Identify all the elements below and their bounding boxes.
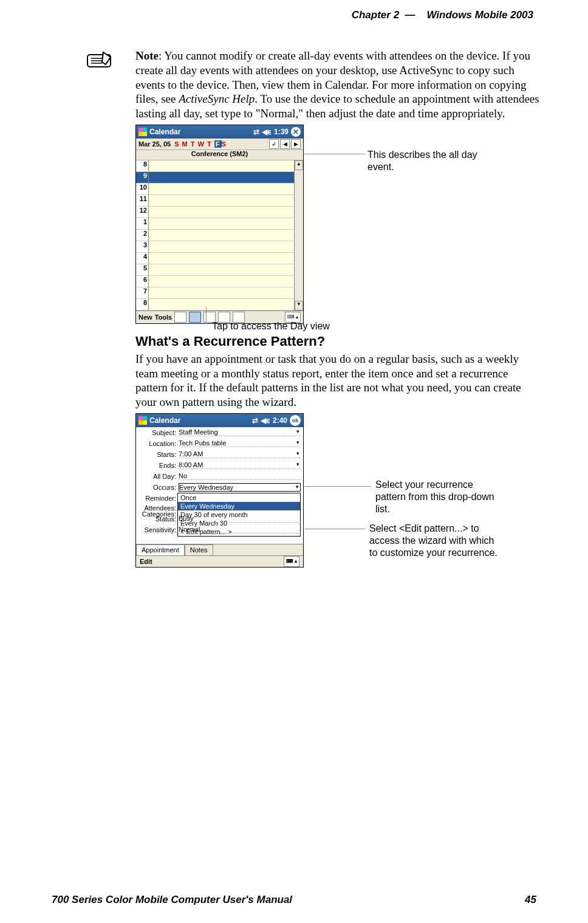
field-ends[interactable]: 8:00 AM	[179, 461, 301, 469]
volume-icon-2[interactable]: ◀ϵ	[261, 416, 270, 425]
field-sensitivity[interactable]: Normal	[179, 526, 301, 534]
tab-notes[interactable]: Notes	[185, 544, 213, 555]
scrollbar[interactable]: ▲ ▼	[294, 160, 303, 311]
footer-title: 700 Series Color Mobile Computer User's …	[52, 894, 292, 906]
calendar-form-screenshot: Calendar ⇄ ◀ϵ 2:40 ok Subject:Staff Meet…	[135, 413, 304, 568]
title-bar: Calendar ⇄ ◀ϵ 1:39 ✕	[136, 125, 303, 139]
hour-2[interactable]: 2	[136, 230, 148, 241]
keyboard-icon-2[interactable]: ⌨ ▴	[284, 556, 299, 567]
field-starts[interactable]: 7:00 AM	[179, 450, 301, 458]
note-italic: ActiveSync Help	[179, 92, 255, 105]
page-footer: 700 Series Color Mobile Computer User's …	[52, 894, 536, 906]
hour-7[interactable]: 7	[136, 287, 148, 299]
field-subject[interactable]: Staff Meeting	[179, 428, 301, 436]
field-allday[interactable]: No	[179, 472, 301, 480]
label-sensitivity: Sensitivity:	[138, 526, 179, 534]
hour-8[interactable]: 8	[136, 160, 148, 172]
prev-day-button[interactable]: ◀	[280, 139, 290, 149]
label-subject: Subject:	[138, 429, 179, 436]
label-allday: All Day:	[138, 473, 179, 480]
edit-menu[interactable]: Edit	[140, 558, 152, 565]
note-icon	[85, 50, 114, 72]
scroll-down-button[interactable]: ▼	[295, 301, 303, 311]
field-status[interactable]: Busy	[179, 515, 301, 523]
label-starts: Starts:	[138, 451, 179, 458]
chapter-label: Chapter 2	[352, 9, 399, 21]
hour-5[interactable]: 5	[136, 264, 148, 276]
day-view-button[interactable]	[189, 312, 201, 323]
weekday-sat[interactable]: S	[222, 140, 227, 148]
note-paragraph: Note: You cannot modify or create all-da…	[135, 49, 539, 121]
app-title: Calendar	[149, 128, 180, 136]
clock-time-2: 2:40	[273, 416, 287, 425]
start-flag-icon-2[interactable]	[138, 416, 147, 425]
weekdays-pre[interactable]: S M T W T	[174, 140, 212, 148]
recurrence-heading: What's a Recurrence Pattern?	[135, 334, 539, 349]
hour-12[interactable]: 12	[136, 207, 148, 218]
recurrence-body: If you have an appointment or task that …	[135, 352, 539, 410]
label-location: Location:	[138, 440, 179, 447]
hour-11[interactable]: 11	[136, 195, 148, 207]
tab-appointment[interactable]: Appointment	[136, 544, 185, 555]
callout-allday: This describes the all day event.	[368, 149, 489, 173]
footer-page-number: 45	[525, 894, 536, 906]
label-occurs: Occurs:	[138, 484, 179, 491]
go-today-button[interactable]: ↲	[269, 139, 279, 149]
tabs-row: Appointment Notes	[136, 544, 303, 555]
scroll-up-button[interactable]: ▲	[295, 160, 303, 170]
allday-event-bar[interactable]: Conference (SM2)	[136, 150, 303, 160]
agenda-view-button[interactable]	[174, 312, 186, 323]
edit-bar: Edit ⌨ ▴	[136, 555, 303, 567]
scroll-track[interactable]	[295, 170, 303, 301]
new-menu[interactable]: New	[138, 314, 152, 321]
hour-6[interactable]: 6	[136, 276, 148, 287]
ok-button[interactable]: ok	[290, 415, 301, 426]
weekday-letters[interactable]: S M T W T FS	[174, 140, 227, 148]
close-icon[interactable]: ✕	[291, 127, 301, 137]
hour-3[interactable]: 3	[136, 241, 148, 253]
label-ends: Ends:	[138, 462, 179, 469]
weekday-selected[interactable]: F	[214, 140, 222, 148]
callout-occurs-list: Select your recurrence pattern from this…	[375, 479, 503, 515]
field-location[interactable]: Tech Pubs table	[179, 439, 301, 447]
volume-icon[interactable]: ◀ϵ	[262, 128, 272, 136]
title-bar-2: Calendar ⇄ ◀ϵ 2:40 ok	[136, 414, 303, 427]
callout-edit-pattern: Select <Edit pattern...> to access the w…	[369, 523, 503, 559]
tools-menu[interactable]: Tools	[155, 314, 173, 321]
field-occurs[interactable]: Every Wednesday	[179, 483, 301, 492]
date-text: Mar 25, 05	[138, 140, 171, 148]
header-title: Windows Mobile 2003	[426, 9, 533, 21]
hour-labels: 8 9 10 11 12 1 2 3 4 5 6 7 8	[136, 160, 149, 311]
note-label: Note	[135, 49, 159, 62]
hour-10[interactable]: 10	[136, 184, 148, 195]
form-body: Subject:Staff Meeting Location:Tech Pubs…	[136, 427, 303, 544]
callout-dayview: Tap to access the Day view	[212, 320, 370, 332]
hour-9[interactable]: 9	[136, 172, 148, 184]
hour-grid: 8 9 10 11 12 1 2 3 4 5 6 7 8	[136, 160, 303, 311]
app-title-2: Calendar	[149, 416, 180, 425]
connectivity-icon[interactable]: ⇄	[253, 128, 259, 136]
label-attendees: Attendees:	[138, 504, 179, 512]
clock-time: 1:39	[274, 128, 289, 136]
slot-column[interactable]	[149, 160, 294, 311]
hour-1[interactable]: 1	[136, 218, 148, 230]
date-row: Mar 25, 05 S M T W T FS ↲ ◀ ▶	[136, 139, 303, 150]
hour-8pm[interactable]: 8	[136, 299, 148, 311]
label-reminder: Reminder:	[138, 495, 179, 502]
calendar-day-screenshot: Calendar ⇄ ◀ϵ 1:39 ✕ Mar 25, 05 S M T W …	[135, 125, 304, 324]
label-status: Status:	[138, 515, 179, 523]
hour-4[interactable]: 4	[136, 253, 148, 264]
start-flag-icon[interactable]	[138, 128, 147, 136]
connectivity-icon-2[interactable]: ⇄	[252, 416, 258, 425]
page-header: Chapter 2 — Windows Mobile 2003	[352, 9, 533, 21]
header-dash: —	[405, 9, 415, 21]
next-day-button[interactable]: ▶	[291, 139, 301, 149]
